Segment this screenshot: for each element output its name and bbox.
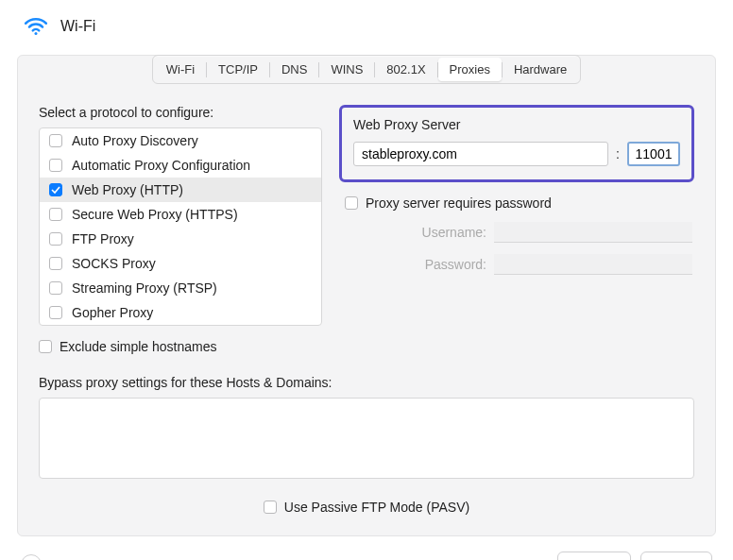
wifi-icon	[23, 13, 49, 40]
window-header: Wi-Fi	[17, 13, 716, 40]
protocol-checkbox[interactable]	[49, 208, 62, 221]
protocol-label: Gopher Proxy	[72, 305, 153, 320]
protocol-checkbox[interactable]	[49, 134, 62, 147]
auth-row: Proxy server requires password	[339, 195, 694, 211]
protocol-label: Web Proxy (HTTP)	[72, 182, 183, 197]
exclude-label: Exclude simple hostnames	[60, 339, 217, 354]
server-highlight-box: Web Proxy Server :	[339, 105, 694, 182]
protocol-row-6[interactable]: Streaming Proxy (RTSP)	[40, 276, 321, 300]
footer-row: ? Cancel OK	[17, 552, 716, 560]
protocol-checkbox[interactable]	[49, 183, 62, 196]
protocol-row-3[interactable]: Secure Web Proxy (HTTPS)	[40, 202, 321, 227]
protocol-row-7[interactable]: Gopher Proxy	[40, 300, 321, 325]
tab-hardware[interactable]: Hardware	[503, 58, 578, 81]
exclude-checkbox[interactable]	[39, 340, 52, 353]
auth-checkbox[interactable]	[345, 196, 358, 210]
tab-dns[interactable]: DNS	[270, 58, 318, 81]
pasv-checkbox[interactable]	[264, 501, 277, 514]
username-input[interactable]	[494, 222, 692, 243]
protocol-label: FTP Proxy	[72, 231, 134, 246]
server-column: Web Proxy Server : Proxy server requires…	[339, 105, 694, 326]
protocol-checkbox[interactable]	[49, 159, 62, 172]
server-row: :	[353, 142, 680, 166]
protocol-row-5[interactable]: SOCKS Proxy	[40, 251, 321, 276]
auth-label: Proxy server requires password	[366, 195, 552, 211]
help-button[interactable]: ?	[21, 554, 42, 560]
network-proxies-window: Wi-Fi Wi-FiTCP/IPDNSWINS802.1XProxiesHar…	[0, 0, 733, 560]
protocol-label: SOCKS Proxy	[72, 256, 156, 271]
protocol-label: Automatic Proxy Configuration	[72, 158, 250, 173]
protocol-checkbox[interactable]	[49, 257, 62, 270]
server-port-separator: :	[616, 146, 620, 161]
password-label: Password:	[425, 257, 486, 272]
protocol-checkbox[interactable]	[49, 232, 62, 246]
password-row: Password:	[339, 254, 694, 275]
protocol-label: Secure Web Proxy (HTTPS)	[72, 207, 238, 222]
tab-bar: Wi-FiTCP/IPDNSWINS802.1XProxiesHardware	[39, 55, 694, 84]
protocol-row-2[interactable]: Web Proxy (HTTP)	[40, 178, 321, 202]
tab-wi-fi[interactable]: Wi-Fi	[155, 58, 206, 81]
protocol-label: Auto Proxy Discovery	[72, 133, 198, 148]
password-input[interactable]	[494, 254, 692, 275]
tab-tcp-ip[interactable]: TCP/IP	[207, 58, 269, 81]
tab-wins[interactable]: WINS	[319, 58, 374, 81]
svg-point-0	[34, 32, 37, 35]
bypass-label: Bypass proxy settings for these Hosts & …	[39, 375, 694, 390]
protocol-row-0[interactable]: Auto Proxy Discovery	[40, 128, 321, 153]
protocol-checkbox[interactable]	[49, 306, 62, 319]
ok-button[interactable]: OK	[640, 552, 712, 560]
protocol-column: Select a protocol to configure: Auto Pro…	[39, 105, 322, 326]
pasv-label: Use Passive FTP Mode (PASV)	[284, 500, 469, 515]
tab-proxies[interactable]: Proxies	[438, 58, 502, 81]
cancel-button[interactable]: Cancel	[557, 552, 631, 560]
protocol-list[interactable]: Auto Proxy DiscoveryAutomatic Proxy Conf…	[39, 127, 322, 326]
server-section-label: Web Proxy Server	[353, 117, 680, 132]
protocol-row-1[interactable]: Automatic Proxy Configuration	[40, 153, 321, 178]
pasv-row: Use Passive FTP Mode (PASV)	[39, 500, 694, 515]
protocol-section-label: Select a protocol to configure:	[39, 105, 322, 120]
username-row: Username:	[339, 222, 694, 243]
protocol-label: Streaming Proxy (RTSP)	[72, 280, 217, 296]
username-label: Username:	[422, 225, 486, 240]
exclude-row: Exclude simple hostnames	[39, 339, 694, 354]
proxy-server-input[interactable]	[353, 142, 608, 166]
tab-802-1x[interactable]: 802.1X	[375, 58, 436, 81]
settings-panel: Wi-FiTCP/IPDNSWINS802.1XProxiesHardware …	[17, 55, 716, 536]
bypass-textarea[interactable]	[39, 398, 694, 479]
protocol-checkbox[interactable]	[49, 281, 62, 295]
protocol-row-4[interactable]: FTP Proxy	[40, 227, 321, 251]
window-title: Wi-Fi	[60, 18, 95, 35]
proxy-port-input[interactable]	[627, 142, 680, 166]
